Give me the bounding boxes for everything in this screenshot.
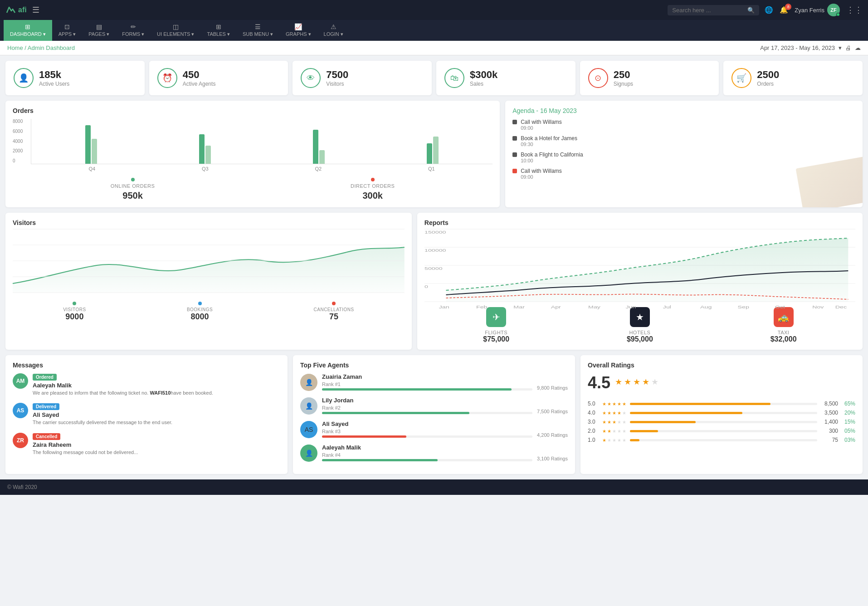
signups-value: 250 [614,69,633,81]
rating-count-3: 1,400 [821,419,838,425]
bar-group-q1 [380,137,485,164]
menu-item-submenu[interactable]: ☰ SUB MENU ▾ [236,20,279,41]
rating-stars-5: ★★★★★ [602,401,626,406]
agenda-content-3: Book a Flight to California 10:00 [521,152,583,163]
agenda-dot-3 [512,152,517,157]
rating-pct-5: 65% [842,401,855,407]
rating-bar-1 [630,439,639,441]
msg-badge-2: Delivered [33,403,59,410]
print-icon[interactable]: 🖨 [845,44,851,51]
msg-text-3: The following message could not be deliv… [33,449,280,456]
bookings-value: 8000 [187,312,213,322]
menu-item-ui[interactable]: ◫ UI ELEMENTS ▾ [151,20,200,41]
menu-item-forms[interactable]: ✏ FORMS ▾ [116,20,151,41]
svg-text:May: May [588,305,600,310]
rating-label-1: 1.0 [588,437,599,443]
msg-avatar-1: AM [13,373,28,389]
footer: © Wafi 2020 [0,479,868,495]
main-content: 👤 185k Active Users ⏰ 450 Active Agents … [0,55,868,479]
agent-rank-3: Rank #3 [322,429,532,434]
agent-avatar-3: AS [300,421,317,438]
ratings-header: 4.5 ★ ★ ★ ★ ★ [588,373,855,396]
visitors-stat-cancellations: CANCELLATIONS 75 [314,302,354,322]
search-input[interactable] [672,7,745,14]
message-item-3: ZR Cancelled Zaira Raheem The following … [13,433,280,456]
notification-badge: 8 [785,4,791,10]
svg-text:150000: 150000 [424,230,446,235]
visitors-label: Visitors [326,81,348,87]
breadcrumb-current: Admin Dashboard [28,44,75,51]
visitors-value: 7500 [326,69,348,81]
sales-label: Sales [470,81,497,87]
sales-value: $300k [470,69,497,81]
overall-ratings-card: Overall Ratings 4.5 ★ ★ ★ ★ ★ 5.0 ★★★★★ [580,355,863,474]
agent-rating-3: 4,200 Ratings [537,432,568,439]
messages-card: Messages AM Ordered Aaleyah Malik We are… [5,355,288,474]
stat-text-orders: 2500 Orders [757,69,779,87]
hamburger-icon[interactable]: ☰ [32,5,39,15]
menu-item-apps[interactable]: ⊡ APPS ▾ [52,20,82,41]
svg-text:Aug: Aug [700,305,712,310]
visitors-stat-bookings: BOOKINGS 8000 [187,302,213,322]
visitors-card: Visitors [5,213,412,350]
star-2: ★ [624,377,631,387]
svg-text:Oct: Oct [775,305,785,310]
menu-item-dashboard[interactable]: ⊞ DASHBOARD ▾ [4,20,52,41]
breadcrumb-home[interactable]: Home [7,44,23,51]
sales-icon: 🛍 [444,68,464,88]
rating-row-5: 5.0 ★★★★★ 8,500 65% [588,401,855,407]
agent-rank-1: Rank #1 [322,381,532,387]
agent-item-3: AS Ali Sayed Rank #3 4,200 Ratings [300,420,568,439]
login-icon: ⚠ [331,23,336,30]
chevron-down-icon: ▾ [839,44,842,51]
search-bar[interactable]: 🔍 [668,5,759,15]
app-logo[interactable]: afi [5,5,27,15]
menu-item-pages[interactable]: ▤ PAGES ▾ [82,20,116,41]
online-orders-value: 950k [122,191,143,201]
active-users-value: 185k [39,69,69,81]
star-4: ★ [642,377,649,387]
apps-icon: ⊡ [64,23,70,30]
stat-text-active-users: 185k Active Users [39,69,69,87]
msg-avatar-3: ZR [13,433,28,448]
agent-name-3: Ali Sayed [322,420,532,427]
agent-bar-wrap-3 [322,435,532,438]
reports-chart: 150000 100000 50000 0 [424,229,855,302]
agenda-dot-4 [512,169,517,173]
reports-title: Reports [424,219,855,226]
direct-orders-label: DIRECT ORDERS [351,183,395,189]
stat-sales: 🛍 $300k Sales [436,61,575,95]
menu-item-tables[interactable]: ⊞ TABLES ▾ [201,20,236,41]
bell-icon[interactable]: 🔔 8 [780,6,788,14]
bar-group-q4 [39,125,144,164]
direct-orders-value: 300k [362,191,383,201]
agenda-title: Agenda - 16 May 2023 [512,107,855,114]
menu-item-login[interactable]: ⚠ LOGIN ▾ [317,20,350,41]
agent-item-1: 👤 Zuairia Zaman Rank #1 9,800 Ratings [300,373,568,391]
bottom-row: Messages AM Ordered Aaleyah Malik We are… [5,355,863,474]
message-item-2: AS Delivered Ali Sayed The carrier succe… [13,403,280,426]
menu-label-forms: FORMS ▾ [122,31,144,37]
msg-name-3: Zaira Raheem [33,441,280,448]
date-range-picker[interactable]: Apr 17, 2023 - May 16, 2023 ▾ 🖨 ☁ [760,44,861,51]
cloud-icon[interactable]: ☁ [855,44,861,51]
rating-label-2: 2.0 [588,428,599,434]
rating-bar-wrap-2 [630,430,817,432]
agent-bar-wrap-4 [322,459,532,461]
svg-text:Nov: Nov [812,305,824,310]
agent-rating-1: 9,800 Ratings [537,385,568,391]
agent-bar-1 [322,388,512,391]
footer-text: © Wafi 2020 [7,484,37,490]
visitors-stat-visitors: VISITORS 9000 [63,302,86,322]
graphs-icon: 📈 [294,23,302,30]
rating-row-3: 3.0 ★★★★★ 1,400 15% [588,419,855,425]
stat-text-signups: 250 Signups [614,69,633,87]
menu-icon[interactable]: ⋮⋮ [846,5,863,15]
orders-label: Orders [757,81,779,87]
agent-bar-2 [322,412,469,414]
visitors-title: Visitors [13,219,405,226]
globe-icon[interactable]: 🌐 [765,6,773,14]
user-avatar[interactable]: ZF [827,4,840,16]
menu-item-graphs[interactable]: 📈 GRAPHS ▾ [279,20,317,41]
top-agents-card: Top Five Agents 👤 Zuairia Zaman Rank #1 … [293,355,575,474]
